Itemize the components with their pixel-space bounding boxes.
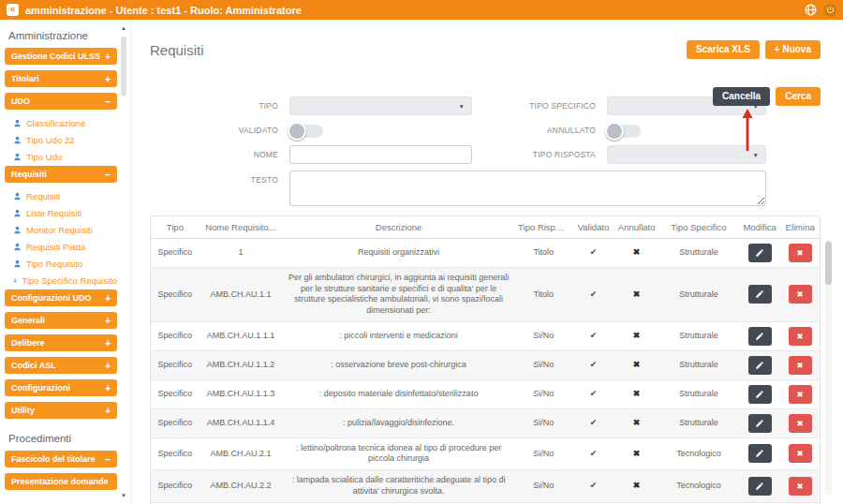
title-bar: « amministrazione - Utente : test1 - Ruo…: [0, 0, 843, 20]
collapse-sidebar-icon[interactable]: «: [7, 4, 19, 16]
table-row: SpecificoAMB.CH.AU.1.1Per gli ambulatori…: [151, 268, 821, 322]
sidebar-item-tipo-requisito[interactable]: Tipo Requisito: [5, 256, 117, 271]
toggle-knob: [605, 122, 624, 141]
sidebar-item-label: Tipo Udo: [26, 152, 62, 162]
window-title: amministrazione - Utente : test1 - Ruolo…: [25, 5, 302, 16]
sidebar-item-tipo-udo[interactable]: Tipo Udo: [5, 149, 117, 164]
sidebar-scrollbar-thumb[interactable]: [121, 37, 126, 96]
cell-descrizione: : osservazione breve post-chirurgica: [282, 350, 515, 379]
elimina-button[interactable]: ✖: [789, 414, 812, 433]
cell-modifica: [739, 321, 780, 350]
cell-tipo-risposta: Si/No: [515, 321, 571, 350]
sidebar-group-delibere[interactable]: Delibere+: [5, 334, 117, 351]
sidebar-group-label: Configurazioni UDO: [11, 293, 92, 303]
sidebar-group-label: Titolari: [11, 74, 39, 83]
sidebar-item-tipo-specifico-requisito[interactable]: Tipo Specifico Requisito: [5, 273, 117, 288]
delete-icon: ✖: [797, 449, 804, 458]
content-area: Requisiti Scarica XLS + Nuova Cancella C…: [131, 20, 843, 504]
sidebar-group-udo[interactable]: UDO−: [5, 93, 117, 110]
modifica-button[interactable]: [748, 356, 772, 375]
modifica-button[interactable]: [748, 444, 772, 463]
edit-icon: [755, 332, 764, 341]
scroll-up-icon[interactable]: ▲: [119, 24, 128, 32]
cell-tipo: Specifico: [151, 408, 200, 437]
cell-nome-requisito: AMB.CH.AU.1.1.4: [200, 408, 282, 437]
sidebar-group-fascicolo-del-titolare[interactable]: Fascicolo del titolare−: [5, 451, 117, 467]
cell-annullato: ✖: [615, 321, 658, 350]
sidebar-item-classificazione[interactable]: Classificazione: [5, 115, 117, 130]
cell-descrizione: : pulizia/lavaggio/disinfezione.: [282, 408, 515, 437]
edit-icon: [755, 482, 764, 491]
cell-descrizione: : lettino/poltrona tecnica idonea al tip…: [282, 437, 515, 469]
cell-elimina: ✖: [780, 350, 820, 379]
delete-icon: ✖: [797, 248, 804, 258]
power-icon[interactable]: [823, 4, 836, 17]
sidebar-group-codici-asl[interactable]: Codici ASL+: [5, 357, 117, 374]
cell-validato: ✔: [571, 268, 614, 322]
cancella-button[interactable]: Cancella: [713, 87, 770, 106]
sidebar-scrollbar[interactable]: ▲ ▼: [119, 22, 128, 502]
sidebar-item-requisiti[interactable]: Requisiti: [5, 188, 117, 203]
elimina-button[interactable]: ✖: [789, 385, 812, 404]
sidebar-items: AmministrazioneGestione Codici ULSS+Tito…: [5, 23, 117, 490]
cell-annullato: ✖: [615, 268, 658, 322]
sidebar-item-requisiti-piatta[interactable]: Requisiti Piatta: [5, 239, 117, 254]
minus-icon: −: [105, 96, 111, 107]
nome-input[interactable]: [289, 145, 472, 164]
table-scrollbar[interactable]: [825, 240, 832, 495]
sidebar-item-label: Requisiti Piatta: [26, 242, 85, 252]
globe-icon[interactable]: [804, 4, 817, 17]
testo-textarea[interactable]: [289, 170, 766, 206]
cell-tipo-risposta: Si/No: [515, 350, 571, 379]
modifica-button[interactable]: [748, 244, 772, 262]
sidebar-group-configurazioni[interactable]: Configurazioni+: [5, 379, 117, 396]
sidebar-group-presentazione-domande[interactable]: Presentazione domande: [5, 473, 117, 490]
elimina-button[interactable]: ✖: [789, 285, 812, 304]
elimina-button[interactable]: ✖: [789, 244, 812, 262]
sidebar-item-tipo-udo-22[interactable]: Tipo Udo 22: [5, 132, 117, 147]
header-icons: [804, 4, 836, 17]
cell-modifica: [739, 379, 780, 408]
modifica-button[interactable]: [748, 477, 772, 496]
sidebar-group-label: Utility: [11, 406, 35, 415]
cell-validato: ✔: [571, 379, 614, 408]
sidebar-group-titolari[interactable]: Titolari+: [5, 70, 117, 87]
cell-tipo-specifico: Tecnologico: [658, 437, 739, 469]
person-icon: [13, 136, 22, 144]
validato-toggle[interactable]: [289, 125, 323, 138]
sidebar-group-label: Requisiti: [11, 170, 47, 179]
tipo-risposta-select[interactable]: ▼: [607, 145, 766, 164]
elimina-button[interactable]: ✖: [789, 327, 812, 346]
elimina-button[interactable]: ✖: [789, 444, 812, 463]
person-icon: [13, 192, 22, 200]
elimina-button[interactable]: ✖: [789, 356, 812, 375]
sidebar-item-label: Monitor Requisiti: [26, 225, 93, 235]
tipo-select[interactable]: ▼: [289, 96, 472, 115]
cell-tipo-specifico: Tecnologico: [658, 470, 739, 502]
annullato-toggle[interactable]: [607, 125, 641, 138]
sidebar-group-configurazioni-udo[interactable]: Configurazioni UDO+: [5, 289, 117, 306]
person-icon: [13, 259, 22, 268]
modifica-button[interactable]: [748, 385, 772, 404]
sidebar-group-generali[interactable]: Generali+: [5, 312, 117, 329]
modifica-button[interactable]: [748, 285, 772, 304]
sidebar-group-gestione-codici-ulss[interactable]: Gestione Codici ULSS+: [5, 48, 117, 65]
nuova-button[interactable]: + Nuova: [765, 40, 821, 59]
scarica-xls-button[interactable]: Scarica XLS: [687, 40, 760, 59]
column-header-annullato: Annullato: [615, 216, 658, 239]
sidebar-group-requisiti[interactable]: Requisiti−: [5, 166, 117, 183]
scroll-down-icon[interactable]: ▼: [119, 492, 128, 499]
elimina-button[interactable]: ✖: [789, 477, 812, 496]
modifica-button[interactable]: [748, 414, 772, 433]
sidebar-item-label: Classificazione: [26, 118, 85, 128]
sidebar-item-liste-requisiti[interactable]: Liste Requisiti: [5, 205, 117, 220]
cell-validato: ✔: [571, 470, 614, 502]
table-scrollbar-thumb[interactable]: [825, 242, 832, 285]
cell-tipo: Specifico: [151, 239, 200, 268]
validato-toggle-cell: [289, 122, 472, 139]
person-icon: [13, 243, 22, 251]
sidebar-item-monitor-requisiti[interactable]: Monitor Requisiti: [5, 222, 117, 237]
sidebar-group-utility[interactable]: Utility+: [5, 402, 117, 419]
cerca-button[interactable]: Cerca: [776, 87, 821, 106]
modifica-button[interactable]: [748, 327, 772, 346]
